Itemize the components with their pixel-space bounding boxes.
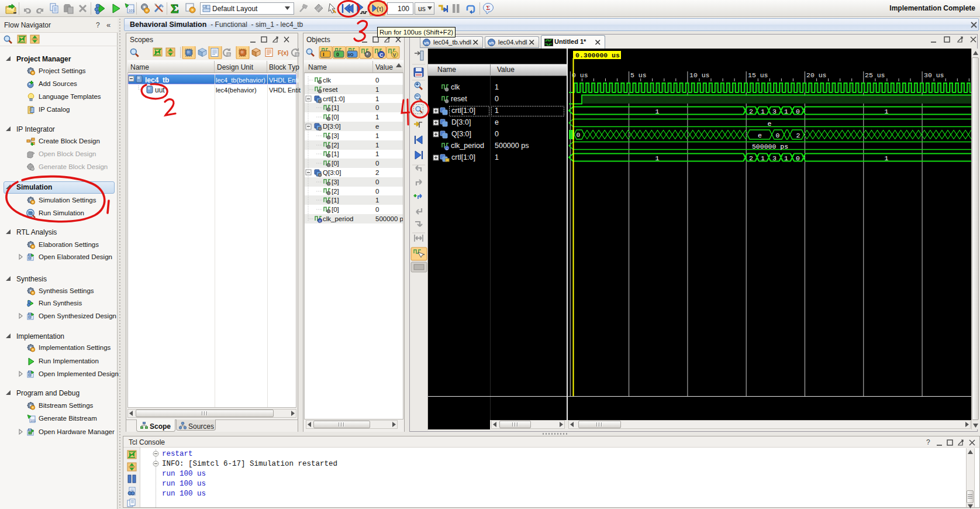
svg-text:0 us: 0 us xyxy=(572,71,588,79)
svg-text:e: e xyxy=(758,132,762,139)
svg-text:0: 0 xyxy=(776,132,780,139)
svg-text:1: 1 xyxy=(784,154,788,162)
svg-text:1: 1 xyxy=(655,154,660,162)
svg-text:0: 0 xyxy=(336,51,339,57)
svg-text:0: 0 xyxy=(577,131,581,139)
svg-text:I: I xyxy=(323,51,325,57)
svg-text:1: 1 xyxy=(885,108,889,115)
svg-text:2: 2 xyxy=(796,132,800,139)
svg-text:F(x): F(x) xyxy=(278,50,288,56)
svg-text:20 us: 20 us xyxy=(806,71,827,79)
svg-text:1: 1 xyxy=(784,108,788,115)
svg-text:1: 1 xyxy=(655,108,660,115)
svg-text:10 us: 10 us xyxy=(689,71,710,79)
svg-text:V: V xyxy=(393,52,396,58)
svg-text:500000 ps: 500000 ps xyxy=(752,143,788,150)
svg-text:3: 3 xyxy=(772,108,777,115)
svg-text:1: 1 xyxy=(761,108,765,115)
svg-text:3: 3 xyxy=(772,154,777,162)
svg-text:2: 2 xyxy=(749,154,753,162)
svg-text:101: 101 xyxy=(129,9,135,12)
svg-text:C: C xyxy=(379,52,384,58)
svg-text:0.300000 us: 0.300000 us xyxy=(575,51,620,59)
svg-text:30 us: 30 us xyxy=(924,71,944,79)
svg-text:0: 0 xyxy=(796,154,800,162)
svg-text:vh: vh xyxy=(424,40,429,46)
svg-text:I/O: I/O xyxy=(348,53,354,57)
svg-text:vh: vh xyxy=(489,40,494,46)
svg-text:15 us: 15 us xyxy=(748,71,768,79)
svg-text:(τ): (τ) xyxy=(377,5,384,12)
svg-text:25 us: 25 us xyxy=(865,71,885,79)
svg-text:1: 1 xyxy=(761,154,765,162)
svg-text:e: e xyxy=(768,120,772,128)
svg-text:5 us: 5 us xyxy=(630,71,647,79)
svg-text:Σ: Σ xyxy=(171,2,179,15)
svg-text:1: 1 xyxy=(885,154,889,162)
svg-text:0: 0 xyxy=(796,108,800,115)
svg-text:2: 2 xyxy=(749,108,753,115)
svg-text:Σ: Σ xyxy=(486,5,491,11)
